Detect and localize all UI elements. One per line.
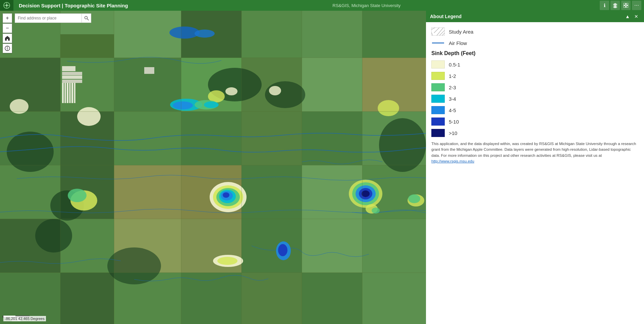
svg-rect-14 [302,11,362,58]
sink-depth-item: 3-4 [431,95,639,103]
svg-rect-28 [302,111,362,165]
svg-point-115 [7,48,8,49]
app-logo [0,0,13,11]
svg-point-92 [278,244,287,256]
share-button[interactable] [621,1,631,10]
svg-rect-4 [626,3,628,5]
svg-rect-13 [241,11,302,58]
svg-rect-27 [241,111,302,165]
air-flow-label: Air Flow [449,40,467,46]
home-button[interactable] [3,34,12,43]
svg-point-73 [269,86,281,95]
sink-depth-item: 5-10 [431,118,639,126]
color-swatch [431,72,445,80]
svg-point-55 [35,219,72,252]
sink-depth-range-label: 3-4 [449,96,456,102]
svg-rect-67 [74,83,75,103]
sink-depth-item: 0.5-1 [431,60,639,68]
zoom-in-button[interactable]: + [3,13,12,23]
app-subtitle: RS&GIS, Michigan State University [133,3,600,8]
sink-depth-range-label: 0.5-1 [449,62,460,67]
svg-line-117 [87,19,89,20]
search-bar [15,13,91,23]
svg-rect-63 [64,83,66,103]
attribution-link[interactable]: http://www.rsgis.msu.edu [431,159,474,163]
svg-point-76 [225,87,237,95]
svg-point-2 [6,4,8,6]
legend-title: About Legend [430,14,462,19]
svg-point-51 [7,132,54,172]
svg-rect-15 [362,11,426,58]
svg-point-90 [204,101,219,108]
layers-button[interactable] [610,1,620,10]
search-button[interactable] [82,13,91,23]
svg-rect-26 [181,111,241,165]
svg-rect-3 [624,3,626,5]
sink-depth-range-label: 5-10 [449,119,459,125]
svg-rect-43 [362,219,426,273]
svg-rect-61 [62,80,82,83]
app-header: Decision Support | Topographic Site Plan… [0,0,644,11]
svg-rect-50 [362,273,426,324]
svg-rect-66 [71,83,73,103]
svg-rect-21 [302,58,362,111]
svg-point-86 [223,192,229,198]
info-button[interactable]: ℹ [600,1,609,10]
legend-item-air-flow: Air Flow [431,39,639,47]
svg-rect-60 [62,76,82,79]
svg-point-53 [265,81,305,108]
svg-rect-32 [114,165,181,219]
svg-rect-5 [626,6,628,8]
airflow-symbol [431,39,445,47]
legend-panel: About Legend ▲ ✕ Study Area [426,11,644,324]
attribution-body: This application, and the data displayed… [431,142,636,157]
more-button[interactable]: ⋯ [632,1,641,10]
svg-rect-16 [0,58,60,111]
search-input[interactable] [15,13,82,23]
svg-rect-45 [60,273,114,324]
sink-depth-title: Sink Depth (Feet) [431,50,639,56]
svg-point-71 [77,107,101,126]
sink-depth-item: >10 [431,129,639,137]
svg-rect-58 [62,66,75,71]
legend-collapse-button[interactable]: ▲ [624,13,631,20]
color-swatch [431,129,445,137]
legend-item-study-area: Study Area [431,28,639,36]
svg-point-80 [408,194,420,203]
sink-depth-item: 2-3 [431,83,639,91]
svg-rect-30 [0,165,60,219]
legend-header: About Legend ▲ ✕ [426,11,644,22]
svg-point-88 [173,101,193,109]
svg-point-70 [195,30,215,38]
compass-button[interactable] [3,44,12,53]
svg-rect-42 [302,219,362,273]
svg-rect-68 [144,67,154,74]
sink-depth-range-label: 1-2 [449,73,456,79]
svg-rect-41 [241,219,302,273]
color-swatch [431,83,445,91]
svg-rect-48 [241,273,302,324]
svg-point-78 [68,189,87,202]
study-area-label: Study Area [449,29,473,35]
svg-rect-64 [67,83,68,103]
zoom-out-button[interactable]: − [3,24,12,33]
svg-rect-10 [60,34,114,58]
color-swatch [431,106,445,114]
svg-point-56 [379,118,426,172]
color-swatch [431,118,445,126]
svg-point-74 [378,100,399,116]
sink-depth-range-label: 4-5 [449,107,456,113]
map-controls: + − [3,13,12,53]
sink-depth-range-label: >10 [449,130,457,136]
header-toolbar: ℹ ⋯ [600,1,644,10]
legend-close-button[interactable]: ✕ [633,13,640,20]
svg-rect-25 [114,111,181,165]
study-area-symbol [431,28,445,36]
legend-content: Study Area Air Flow Sink Depth (Feet) 0.… [426,22,644,324]
svg-rect-6 [624,6,626,8]
map-container[interactable]: + − [0,11,426,324]
svg-point-97 [362,190,370,197]
sink-depth-item: 4-5 [431,106,639,114]
svg-rect-49 [302,273,362,324]
svg-point-99 [372,207,380,214]
